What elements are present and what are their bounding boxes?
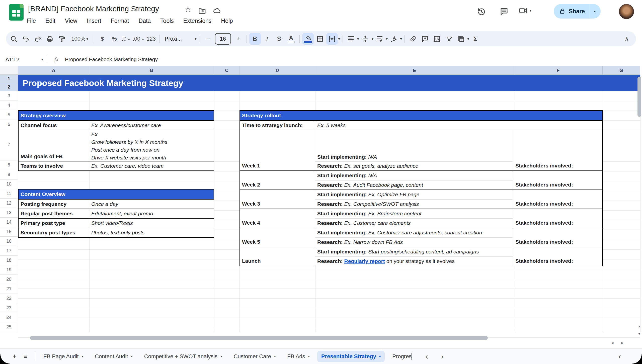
merge-cells-button[interactable] [326, 33, 338, 45]
cell-week-label[interactable]: Week 4 [240, 209, 315, 228]
menu-file[interactable]: File [26, 17, 36, 25]
column-header-b[interactable]: B [89, 66, 214, 75]
tabs-scroll-left-button[interactable]: ‹ [426, 352, 428, 361]
redo-button[interactable] [32, 33, 44, 45]
version-history-button[interactable] [476, 6, 487, 17]
strategy-overview-header[interactable]: Strategy overview [19, 111, 214, 120]
cell-start-implementing[interactable]: Start implementing:N/A [315, 130, 513, 162]
meet-button[interactable]: ▾ [519, 6, 531, 15]
font-select[interactable]: Proxi... [162, 33, 194, 45]
row-header[interactable]: 8 [0, 160, 18, 170]
formula-input[interactable]: Proposed Facebook Marketing Strategy [65, 56, 158, 62]
meet-caret-icon[interactable]: ▾ [530, 9, 531, 13]
strategy-rollout-header[interactable]: Strategy rollout [240, 111, 602, 120]
cell-stakeholders[interactable]: Stakeholders involved: [513, 228, 602, 247]
text-color-button[interactable]: A [285, 33, 297, 45]
paint-format-button[interactable] [56, 33, 68, 45]
increase-font-size-button[interactable]: + [232, 33, 244, 45]
percent-format-button[interactable]: % [109, 33, 120, 45]
align-caret-icon[interactable]: ▾ [357, 37, 359, 41]
row-header[interactable]: 7 [0, 129, 18, 160]
undo-button[interactable] [20, 33, 32, 45]
column-header-f[interactable]: F [514, 66, 603, 75]
share-button[interactable]: Share [554, 4, 589, 19]
borders-button[interactable] [314, 33, 326, 45]
row-header[interactable]: 9 [0, 170, 18, 179]
font-caret-icon[interactable]: ▾ [195, 37, 197, 41]
row-header[interactable]: 21 [0, 284, 18, 294]
table-views-button[interactable] [455, 33, 467, 45]
menu-tools[interactable]: Tools [160, 17, 174, 25]
tabs-scroll-right-button[interactable]: › [441, 352, 444, 361]
tab-progress[interactable]: Progres [388, 351, 412, 362]
insert-chart-button[interactable] [431, 33, 443, 45]
cell-start-implementing[interactable]: Start implementing:Ex. Optimize FB page [315, 190, 513, 200]
sheets-logo[interactable] [9, 4, 24, 21]
cell-week-label[interactable]: Week 1 [240, 130, 315, 170]
tab-content-audit[interactable]: Content Audit▾ [91, 351, 137, 362]
cell-research[interactable]: Research:Ex. Narrow down FB Ads [315, 238, 513, 247]
collapse-toolbar-button[interactable]: ∧ [621, 33, 632, 45]
print-button[interactable] [44, 33, 56, 45]
menu-edit[interactable]: Edit [45, 17, 56, 25]
all-sheets-button[interactable]: ≡ [20, 351, 31, 362]
font-size-input[interactable]: 16 [215, 33, 231, 45]
cell-stakeholders[interactable]: Stakeholders involved: [513, 247, 602, 266]
column-header-c[interactable]: C [214, 66, 239, 75]
functions-button[interactable]: Σ [470, 33, 481, 45]
row-header[interactable]: 6 [0, 120, 18, 129]
name-box[interactable]: A1:L2 ▾ [0, 56, 43, 62]
text-wrap-caret-icon[interactable]: ▾ [386, 37, 388, 41]
table-views-caret-icon[interactable]: ▾ [467, 37, 469, 41]
vertical-align-caret-icon[interactable]: ▾ [372, 37, 373, 41]
comments-button[interactable] [499, 6, 510, 17]
tab-caret-icon[interactable]: ▾ [274, 354, 276, 358]
row-header[interactable]: 3 [0, 91, 18, 101]
tab-caret-icon[interactable]: ▾ [220, 354, 222, 358]
row-header[interactable]: 16 [0, 237, 18, 246]
tab-caret-icon[interactable]: ▾ [82, 354, 84, 358]
horizontal-scrollbar[interactable] [30, 336, 488, 340]
cell-primary-post-type-label[interactable]: Primary post type [19, 219, 89, 228]
row-header[interactable]: 23 [0, 303, 18, 313]
text-wrap-button[interactable] [374, 33, 385, 45]
scroll-up-button[interactable]: ▴ [636, 323, 642, 329]
row-header[interactable]: 15 [0, 227, 18, 237]
cell-stakeholders[interactable]: Stakeholders involved: [513, 171, 602, 190]
menu-extensions[interactable]: Extensions [183, 17, 212, 25]
column-header-d[interactable]: D [239, 66, 315, 75]
tab-presentable-strategy[interactable]: Presentable Strategy▾ [317, 351, 385, 362]
cell-start-implementing[interactable]: Start implementing:Start posting/schedul… [315, 247, 513, 257]
cell-time-to-launch-label[interactable]: Time to strategy launch: [240, 121, 315, 130]
side-panel-chevron-icon[interactable]: ‹ [618, 352, 621, 360]
tab-customer-care[interactable]: Customer Care▾ [230, 351, 280, 362]
more-formats-button[interactable]: 123 [145, 33, 157, 45]
tab-fb-page-audit[interactable]: FB Page Audit▾ [39, 351, 87, 362]
text-rotation-button[interactable] [388, 33, 400, 45]
horizontal-align-button[interactable] [345, 33, 357, 45]
insert-comment-button[interactable] [419, 33, 431, 45]
cell-channel-focus-value[interactable]: Ex. Awareness/customer care [89, 121, 214, 130]
search-menus-button[interactable] [8, 33, 20, 45]
scroll-right-button[interactable]: ▸ [618, 339, 627, 346]
cell-research[interactable]: Research:Ex. Customer care elements [315, 219, 513, 228]
decrease-font-size-button[interactable]: − [202, 33, 213, 45]
vertical-scrollbar[interactable] [637, 77, 641, 117]
row-header[interactable]: 22 [0, 294, 18, 303]
cloud-saved-icon[interactable] [213, 7, 221, 16]
tab-competitive-swot[interactable]: Competitive + SWOT analysis▾ [140, 351, 226, 362]
document-title[interactable]: [BRAND] Facebook Marketing Strategy [28, 5, 159, 13]
row-header[interactable]: 1 [0, 75, 18, 83]
cell-teams-value[interactable]: Ex. Customer care, video team [89, 161, 214, 170]
select-all-corner[interactable] [0, 66, 18, 75]
text-rotation-caret-icon[interactable]: ▾ [400, 37, 402, 41]
cell-stakeholders[interactable]: Stakeholders involved: [513, 190, 602, 209]
italic-button[interactable]: I [261, 33, 273, 45]
cell-post-themes-label[interactable]: Regular post themes [19, 209, 89, 218]
decrease-decimal-button[interactable]: .0← [121, 33, 132, 45]
cell-research[interactable]: Research:Ex. Audit Facebook page, conten… [315, 180, 513, 190]
fill-color-button[interactable] [302, 33, 314, 45]
scroll-down-button[interactable]: ▾ [636, 330, 642, 337]
tab-caret-icon[interactable]: ▾ [308, 354, 310, 358]
row-header[interactable]: 2 [0, 83, 18, 91]
